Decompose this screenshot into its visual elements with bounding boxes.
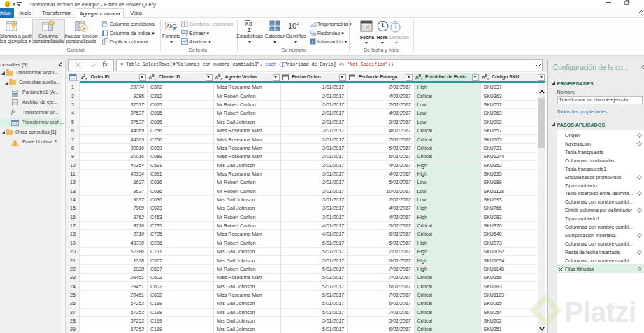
svg-text:−: −	[276, 22, 279, 26]
svg-text:Σ: Σ	[248, 27, 252, 33]
svg-text:fx: fx	[83, 26, 87, 31]
svg-text:×: ×	[276, 27, 279, 31]
svg-text:+: +	[271, 22, 273, 26]
svg-text:.0: .0	[310, 33, 313, 36]
